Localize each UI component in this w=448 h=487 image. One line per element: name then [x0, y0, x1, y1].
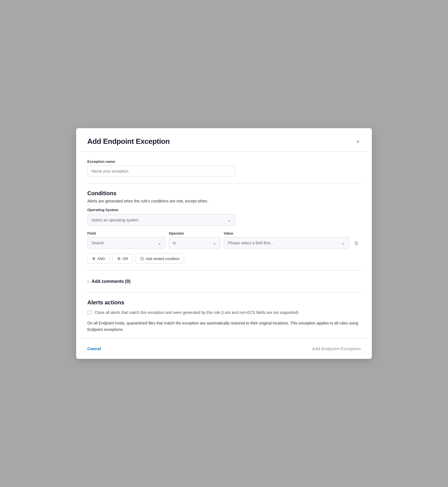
modal-header: Add Endpoint Exception ×: [76, 128, 372, 152]
and-plus-icon: ⊕: [92, 256, 96, 261]
operator-col: Operator is ⌄: [169, 231, 220, 249]
delete-condition-button[interactable]: 🗑: [352, 238, 361, 248]
cancel-button[interactable]: Cancel: [87, 344, 101, 353]
or-label: OR: [122, 257, 128, 261]
alerts-actions-title: Alerts actions: [87, 299, 361, 306]
alerts-description: On all Endpoint hosts, quarantined files…: [87, 320, 361, 333]
value-chevron-icon: ⌄: [341, 240, 345, 245]
and-button[interactable]: ⊕ AND: [87, 254, 110, 264]
exception-name-input[interactable]: [87, 166, 235, 176]
os-chevron-icon: ⌄: [227, 217, 231, 223]
operator-chevron-icon: ⌄: [213, 240, 216, 245]
close-alerts-label: Close all alerts that match this excepti…: [95, 310, 298, 316]
divider-1: [87, 183, 361, 183]
comments-label: Add comments (0): [91, 279, 131, 284]
value-label: Value: [224, 231, 349, 235]
comments-section[interactable]: › Add comments (0): [87, 277, 361, 286]
modal-footer: Cancel Add Endpoint Exception: [76, 338, 372, 359]
add-nested-button[interactable]: ⊡ Add nested condition: [136, 254, 184, 264]
field-chevron-icon: ⌄: [158, 240, 161, 245]
conditions-description: Alerts are generated when the rule's con…: [87, 199, 361, 203]
comments-chevron-icon: ›: [87, 279, 89, 284]
field-label: Field: [87, 231, 165, 235]
value-placeholder: Please select a field first...: [228, 241, 273, 245]
condition-row: Field Search ⌄ Operator is ⌄: [87, 231, 361, 249]
field-select[interactable]: Search ⌄: [87, 237, 165, 249]
trash-icon: 🗑: [354, 240, 359, 246]
and-label: AND: [97, 257, 105, 261]
divider-2: [87, 270, 361, 271]
modal-body: Exception name Conditions Alerts are gen…: [76, 152, 372, 338]
or-plus-icon: ⊕: [117, 256, 121, 261]
submit-button[interactable]: Add Endpoint Exception: [312, 344, 361, 353]
modal-title: Add Endpoint Exception: [87, 137, 170, 146]
alerts-actions-section: Alerts actions Close all alerts that mat…: [87, 299, 361, 333]
value-select[interactable]: Please select a field first... ⌄: [224, 237, 349, 249]
os-select-placeholder: Select an operating system: [91, 218, 139, 222]
close-button[interactable]: ×: [355, 138, 361, 145]
conditions-title: Conditions: [87, 190, 361, 197]
field-col: Field Search ⌄: [87, 231, 165, 249]
exception-name-label: Exception name: [87, 159, 361, 164]
operator-label: Operator: [169, 231, 220, 235]
operator-value: is: [173, 241, 176, 245]
or-button[interactable]: ⊕ OR: [112, 254, 133, 264]
operator-select[interactable]: is ⌄: [169, 237, 220, 249]
os-select[interactable]: Select an operating system ⌄: [87, 214, 235, 226]
modal-overlay: Add Endpoint Exception × Exception name …: [0, 0, 448, 487]
condition-buttons: ⊕ AND ⊕ OR ⊡ Add nested condition: [87, 254, 361, 264]
divider-3: [87, 292, 361, 293]
nested-icon: ⊡: [140, 256, 144, 261]
exception-name-section: Exception name: [87, 159, 361, 176]
nested-label: Add nested condition: [146, 257, 179, 261]
conditions-section: Conditions Alerts are generated when the…: [87, 190, 361, 264]
close-alerts-checkbox[interactable]: [87, 310, 92, 315]
checkbox-row: Close all alerts that match this excepti…: [87, 310, 361, 316]
modal-container: Add Endpoint Exception × Exception name …: [76, 128, 372, 359]
field-placeholder: Search: [91, 241, 104, 245]
os-label: Operating System: [87, 208, 361, 212]
value-col: Value Please select a field first... ⌄: [224, 231, 349, 249]
